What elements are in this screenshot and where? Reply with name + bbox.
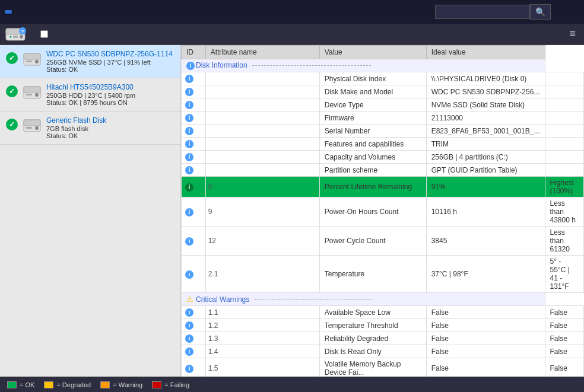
attr-id: 1.1 <box>205 306 319 319</box>
svg-rect-10 <box>26 60 32 62</box>
attr-id <box>205 138 319 151</box>
toolbar-right: ≡ <box>530 27 579 42</box>
table-row: iDisk Make and ModelWDC PC SN530 SDBPNPZ… <box>182 85 584 98</box>
attr-id <box>205 164 319 177</box>
sidebar-disk-item[interactable]: ✓ WDC PC SN530 SDBPNPZ-256G-1114256GB NV… <box>0 45 180 78</box>
search-input[interactable] <box>435 5 530 19</box>
attr-value: 3845 <box>426 227 545 256</box>
attr-id <box>205 111 319 125</box>
status-color-box <box>100 381 110 388</box>
info-icon: i <box>185 208 193 216</box>
attr-value: False <box>426 332 545 345</box>
table-row: i1.4Disk Is Read OnlyFalseFalse <box>182 345 584 358</box>
attr-name: Volatile Memory Backup Device Fai... <box>319 358 426 377</box>
attr-id: 1.5 <box>205 358 319 377</box>
svg-point-13 <box>35 93 39 97</box>
svg-text:?: ? <box>21 29 24 34</box>
disk-drive-icon <box>23 83 42 102</box>
main-content: ✓ WDC PC SN530 SDBPNPZ-256G-1114256GB NV… <box>0 45 584 377</box>
table-row: i2.1Temperature37°C | 98°F5° - 55°C | 41… <box>182 256 584 293</box>
info-icon: i <box>185 183 193 192</box>
attr-value: 91% <box>426 177 545 197</box>
info-icon: i <box>185 75 193 83</box>
status-label: = Degraded <box>56 381 91 388</box>
col-value: Value <box>319 46 426 59</box>
attr-ideal <box>545 125 583 138</box>
attr-name: Firmware <box>319 111 426 125</box>
attr-value: False <box>426 319 545 332</box>
table-scroll[interactable]: ID Attribute name Value Ideal value iDis… <box>181 45 584 377</box>
disk-name: Hitachi HTS545025B9A300 <box>46 83 174 91</box>
status-color-box <box>44 381 53 388</box>
svg-point-3 <box>10 36 12 37</box>
attr-ideal: Less than 61320 <box>545 227 583 256</box>
minimize-button[interactable] <box>551 9 560 14</box>
attr-name: Serial Number <box>319 125 426 138</box>
monitor-checkbox[interactable] <box>40 30 48 38</box>
disk-status-icon: ✓ <box>6 85 18 97</box>
disk-drive-icon <box>23 116 42 135</box>
attr-ideal <box>545 138 583 151</box>
col-attr-name: Attribute name <box>205 46 319 59</box>
disk-name: Generic Flash Disk <box>46 116 174 125</box>
table-row: iCapacity and Volumes256GB | 4 partition… <box>182 151 584 164</box>
attr-id <box>205 151 319 164</box>
disk-name: WDC PC SN530 SDBPNPZ-256G-1114 <box>46 50 174 58</box>
table-row: iFeatures and capabilitiesTRIM <box>182 138 584 151</box>
attr-id: 12 <box>205 227 319 256</box>
statusbar-item: = Degraded <box>44 381 91 388</box>
attr-value: 21113000 <box>426 111 545 125</box>
info-icon: i <box>185 334 193 343</box>
svg-rect-18 <box>26 127 32 129</box>
attributes-table: ID Attribute name Value Ideal value iDis… <box>181 45 584 377</box>
attr-value: WDC PC SN530 SDBPNPZ-256... <box>426 85 545 98</box>
attr-id: 9 <box>205 197 319 227</box>
menu-icon[interactable]: ≡ <box>566 27 579 42</box>
statusbar: = OK= Degraded= Warning= Failing <box>0 377 584 392</box>
status-label: = OK <box>20 381 34 388</box>
sidebar-disk-item[interactable]: ✓ Hitachi HTS545025B9A300250GB HDD | 23°… <box>0 78 180 111</box>
smart-badge <box>5 10 12 14</box>
table-row: i0Percent Lifetime Remaining91%Highest (… <box>182 177 584 197</box>
attr-name: Percent Lifetime Remaining <box>319 177 426 197</box>
attr-value: E823_8FA6_BF53_0001_001B_... <box>426 125 545 138</box>
attr-value: 256GB | 4 partitions (C:) <box>426 151 545 164</box>
attr-value: 10116 h <box>426 197 545 227</box>
attr-name: Capacity and Volumes <box>319 151 426 164</box>
table-row: iPhysical Disk index\\.\PHYSICALDRIVE0 (… <box>182 72 584 85</box>
attr-ideal: False <box>545 358 583 377</box>
status-label: = Warning <box>113 381 142 388</box>
disk-drive-icon <box>23 50 42 69</box>
close-button[interactable] <box>570 9 579 14</box>
attr-value: TRIM <box>426 138 545 151</box>
attr-id: 1.3 <box>205 332 319 345</box>
info-icon: i <box>185 321 193 330</box>
attr-ideal <box>545 98 583 111</box>
info-icon: i <box>185 114 193 122</box>
attr-id: 0 <box>205 177 319 197</box>
warn-triangle-icon: ⚠ <box>186 295 193 304</box>
attr-name: Power-On Hours Count <box>319 197 426 227</box>
attr-name: Physical Disk index <box>319 72 426 85</box>
info-icon: i <box>185 88 193 96</box>
info-icon: i <box>185 270 193 279</box>
monitor-checkbox-container <box>40 30 50 38</box>
section-header-row: iDisk Information <box>182 59 584 72</box>
attr-name: Temperature <box>319 256 426 293</box>
table-row: i1.1Available Space LowFalseFalse <box>182 306 584 319</box>
disk-status-icon: ✓ <box>6 52 18 64</box>
attr-id <box>205 125 319 138</box>
toolbar: ? ≡ <box>0 24 584 45</box>
attr-name: Power Cycle Count <box>319 227 426 256</box>
sidebar-disk-item[interactable]: ✓ Generic Flash Disk7GB flash diskStatus… <box>0 111 180 145</box>
table-row: iDevice TypeNVMe SSD (Solid State Disk) <box>182 98 584 111</box>
search-button[interactable]: 🔍 <box>530 4 551 20</box>
attr-value: GPT (GUID Partition Table) <box>426 164 545 177</box>
attr-ideal: 5° - 55°C | 41 - 131°F <box>545 256 583 293</box>
attr-ideal <box>545 151 583 164</box>
section-label: Disk Information <box>196 61 247 69</box>
attr-name: Temperature Threshold <box>319 319 426 332</box>
svg-point-2 <box>20 35 23 39</box>
maximize-button[interactable] <box>560 9 570 14</box>
table-row: iFirmware21113000 <box>182 111 584 125</box>
